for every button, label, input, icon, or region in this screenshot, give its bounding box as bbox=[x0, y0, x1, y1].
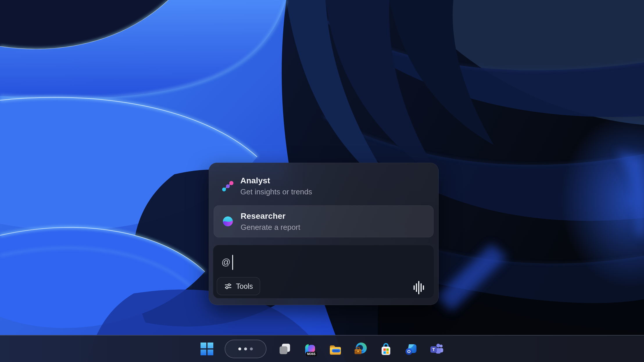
taskbar-item-file-explorer[interactable] bbox=[328, 342, 342, 356]
prompt-text: @ bbox=[221, 254, 233, 271]
prompt-input[interactable]: @ Tools bbox=[213, 245, 434, 298]
copilot-flyout: Analyst Get insights or trends bbox=[209, 163, 439, 305]
file-explorer-icon bbox=[328, 342, 342, 356]
taskbar-item-edge-work[interactable] bbox=[354, 342, 368, 356]
text-caret bbox=[232, 255, 233, 270]
taskbar-item-outlook[interactable]: O bbox=[404, 342, 418, 356]
typed-text: @ bbox=[221, 257, 230, 268]
outlook-badge: O bbox=[406, 348, 412, 355]
sliders-icon bbox=[224, 282, 232, 290]
taskbar: M365 bbox=[0, 335, 644, 362]
taskbar-overflow-button[interactable] bbox=[225, 340, 266, 358]
planet-swirl-icon bbox=[221, 215, 234, 228]
voice-waveform-icon bbox=[412, 281, 426, 295]
agent-name: Analyst bbox=[240, 176, 312, 186]
agent-description: Generate a report bbox=[241, 223, 300, 232]
voice-input-button[interactable] bbox=[412, 281, 426, 295]
edge-briefcase-icon bbox=[354, 342, 368, 356]
taskbar-center-group: M365 bbox=[0, 336, 644, 362]
teams-badge: T bbox=[430, 346, 437, 353]
ellipsis-icon bbox=[238, 347, 253, 350]
trend-dots-icon bbox=[221, 180, 234, 192]
taskbar-item-microsoft-store[interactable] bbox=[379, 342, 393, 356]
m365-badge: M365 bbox=[306, 352, 317, 356]
start-button[interactable] bbox=[201, 343, 213, 355]
taskbar-item-task-view[interactable] bbox=[278, 342, 292, 356]
agent-item-analyst[interactable]: Analyst Get insights or trends bbox=[214, 170, 434, 202]
agent-name: Researcher bbox=[241, 211, 300, 221]
desktop: Analyst Get insights or trends bbox=[0, 0, 644, 362]
microsoft-store-icon bbox=[379, 342, 393, 356]
tools-button-label: Tools bbox=[236, 282, 253, 291]
tools-button[interactable]: Tools bbox=[217, 277, 260, 295]
taskbar-item-m365-copilot[interactable]: M365 bbox=[303, 342, 317, 356]
taskbar-item-teams[interactable]: T bbox=[430, 342, 443, 356]
windows-logo-icon bbox=[201, 343, 213, 355]
agent-description: Get insights or trends bbox=[240, 187, 312, 196]
agent-item-researcher[interactable]: Researcher Generate a report bbox=[214, 205, 434, 237]
task-view-icon bbox=[278, 342, 292, 356]
